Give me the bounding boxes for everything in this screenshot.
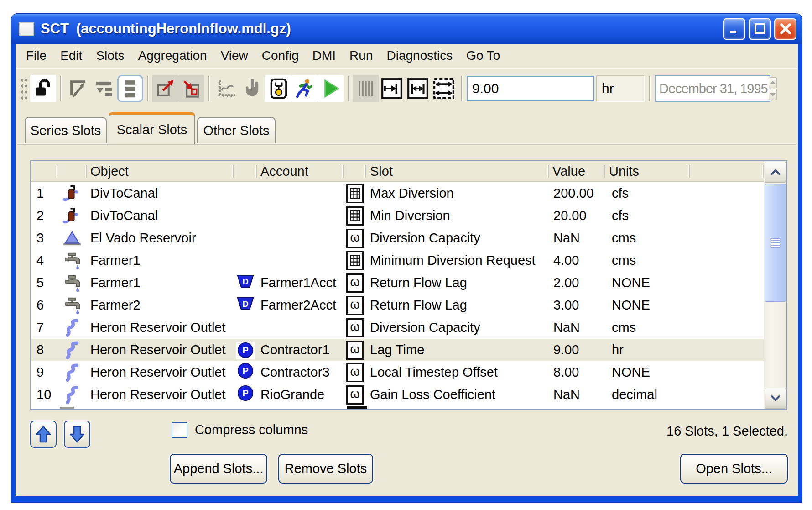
spinner-down-icon[interactable]: [769, 89, 777, 100]
header-units[interactable]: Units: [605, 161, 690, 181]
move-down-button[interactable]: [64, 421, 90, 448]
plot-button[interactable]: [213, 75, 239, 102]
nav-corner-button[interactable]: [65, 75, 91, 102]
account-p-icon: P: [234, 339, 257, 361]
header-slot-icon[interactable]: [344, 161, 366, 181]
header-account[interactable]: Account: [257, 161, 344, 181]
slot-name: Return Flow Lag: [366, 272, 549, 294]
toolbar-grip[interactable]: [20, 76, 27, 101]
fit-columns-button[interactable]: [405, 75, 431, 102]
compress-columns-checkbox[interactable]: [172, 422, 187, 438]
tab-scalar-slots[interactable]: Scalar Slots: [109, 112, 195, 144]
header-value[interactable]: Value: [549, 161, 605, 181]
menu-item-config[interactable]: Config: [255, 47, 306, 65]
window-title-file: (accountingHeronInflow.mdl.gz): [76, 21, 291, 37]
tab-other-slots[interactable]: Other Slots: [197, 117, 276, 143]
move-up-button[interactable]: [30, 421, 57, 448]
slot-units: cms: [605, 249, 690, 272]
row-number: 3: [31, 227, 57, 249]
scroll-thumb[interactable]: [765, 184, 786, 302]
expand-button[interactable]: [152, 75, 178, 102]
account-icon: [234, 182, 257, 205]
table-row[interactable]: 2DivToCanalMin Diversion20.00cfs: [31, 205, 764, 227]
header-slot[interactable]: Slot: [366, 161, 549, 181]
scroll-down-button[interactable]: [765, 388, 786, 409]
list-view-button[interactable]: [117, 75, 143, 102]
svg-text:D: D: [242, 300, 248, 309]
table-row[interactable]: 7Heron Reservoir OutletωDiversion Capaci…: [31, 316, 764, 339]
remove-slots-button[interactable]: Remove Slots: [278, 454, 373, 484]
close-button[interactable]: [774, 18, 796, 40]
object-name: El Vado Reservoir: [87, 227, 234, 249]
open-slots-button[interactable]: Open Slots...: [680, 454, 788, 484]
table-row[interactable]: 1DivToCanalMax Diversion200.00cfs: [31, 182, 764, 205]
header-object[interactable]: Object: [87, 161, 234, 181]
partial-row-object-icon: [60, 407, 74, 409]
omega-slot-icon: ω: [344, 227, 366, 249]
menu-item-edit[interactable]: Edit: [53, 47, 89, 65]
object-name: Heron Reservoir Outlet: [87, 384, 234, 406]
grid-slot-icon: [344, 205, 366, 227]
date-field[interactable]: December 31, 1995: [655, 75, 770, 102]
menu-item-view[interactable]: View: [214, 47, 255, 65]
fit-column-icon: [380, 77, 403, 100]
vertical-scrollbar[interactable]: [764, 161, 786, 409]
row-extra: [690, 249, 764, 272]
table-row[interactable]: 6Farmer2DFarmer2AcctωReturn Flow Lag3.00…: [31, 294, 764, 316]
date-spinner[interactable]: [768, 76, 778, 101]
scroll-track[interactable]: [764, 183, 786, 387]
shrink-button[interactable]: [178, 75, 204, 102]
menu-item-diagnostics[interactable]: Diagnostics: [380, 47, 459, 65]
row-number: 10: [31, 384, 57, 406]
column-lines-button[interactable]: [353, 75, 379, 102]
chevron-down-icon: [770, 395, 781, 401]
minimize-button[interactable]: [723, 18, 745, 40]
header-account-icon[interactable]: [234, 161, 257, 181]
fit-all-button[interactable]: [431, 75, 457, 102]
menu-item-aggregation[interactable]: Aggregation: [131, 47, 214, 65]
header-object-icon[interactable]: [57, 161, 87, 181]
tab-label: Other Slots: [203, 123, 269, 138]
header-rownum[interactable]: [31, 161, 57, 181]
spinner-up-icon[interactable]: [769, 77, 777, 88]
window-title: SCT(accountingHeronInflow.mdl.gz): [41, 21, 291, 37]
menu-item-go-to[interactable]: Go To: [459, 47, 507, 65]
slot-name: Gain Loss Coefficient: [366, 384, 549, 406]
table-row[interactable]: 9Heron Reservoir OutletPContractor3ωLoca…: [31, 361, 764, 384]
table-row[interactable]: 3El Vado ReservoirωDiversion CapacityNaN…: [31, 227, 764, 249]
account-p-icon: P: [234, 361, 257, 384]
menu-item-slots[interactable]: Slots: [89, 47, 131, 65]
lock-button[interactable]: [30, 75, 56, 102]
hand-icon: [242, 78, 263, 99]
run-dmi-button[interactable]: [291, 75, 318, 102]
adjust-button[interactable]: [239, 75, 265, 102]
slot-value: NaN: [549, 227, 605, 249]
status-text: 16 Slots, 1 Selected.: [666, 424, 788, 439]
title-bar: SCT(accountingHeronInflow.mdl.gz): [11, 14, 802, 44]
fit-column-button[interactable]: [379, 75, 405, 102]
scroll-up-button[interactable]: [765, 162, 786, 183]
row-number: 4: [31, 249, 57, 272]
table-row[interactable]: 4Farmer1Minimum Diversion Request4.00cms: [31, 249, 764, 272]
object-name: Heron Reservoir Outlet: [87, 316, 234, 339]
config-button[interactable]: [265, 75, 291, 102]
table-row[interactable]: 5Farmer1DFarmer1AcctωReturn Flow Lag2.00…: [31, 272, 764, 294]
menu-item-dmi[interactable]: DMI: [306, 47, 343, 65]
table-row[interactable]: 8Heron Reservoir OutletPContractor1ωLag …: [31, 339, 764, 361]
minimize-icon: [729, 23, 740, 35]
tab-series-slots[interactable]: Series Slots: [25, 117, 107, 143]
maximize-button[interactable]: [749, 18, 771, 40]
aggregation-button[interactable]: [91, 75, 117, 102]
slots-table: Object Account Slot Value Units 1DivToCa…: [30, 160, 787, 410]
table-row[interactable]: 10Heron Reservoir OutletPRioGrandeωGain …: [31, 384, 764, 406]
play-button[interactable]: [318, 75, 344, 102]
diversion-icon: [57, 182, 87, 205]
menu-item-file[interactable]: File: [19, 47, 53, 65]
maximize-icon: [754, 23, 766, 35]
water-user-icon: [57, 294, 87, 316]
value-input[interactable]: [467, 76, 594, 101]
object-name: Farmer1: [87, 249, 234, 272]
menu-item-run[interactable]: Run: [343, 47, 380, 65]
shrink-icon: [181, 78, 202, 99]
append-slots-button[interactable]: Append Slots...: [170, 454, 267, 484]
